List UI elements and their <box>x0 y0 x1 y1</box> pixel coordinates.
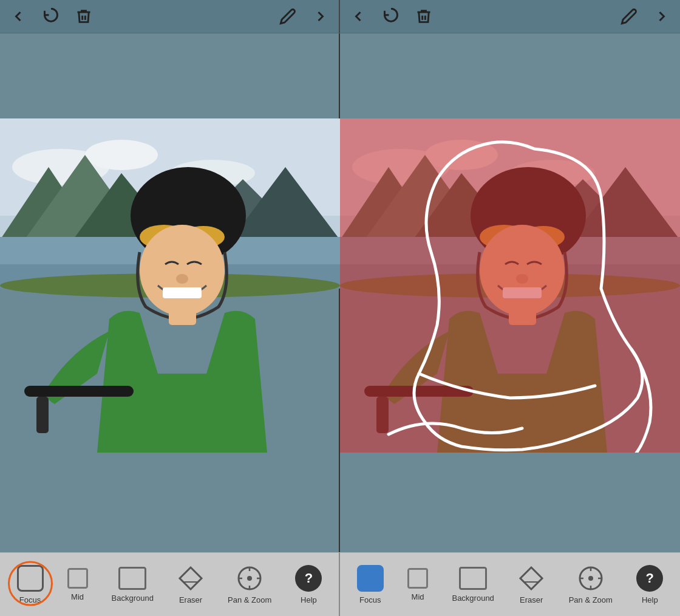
svg-marker-45 <box>180 567 202 589</box>
bottom-space-left <box>0 453 339 525</box>
eraser-tool-left[interactable]: Eraser <box>170 560 211 609</box>
top-toolbars <box>0 0 680 33</box>
focus-label-left: Focus <box>19 595 41 604</box>
background-icon-left <box>118 567 146 590</box>
svg-point-3 <box>85 140 158 170</box>
pan-zoom-tool-left[interactable]: Pan & Zoom <box>220 560 279 609</box>
bottom-space-right <box>340 453 680 525</box>
mid-label-left: Mid <box>71 592 84 601</box>
pan-zoom-label-right: Pan & Zoom <box>569 595 613 604</box>
mid-tool-left[interactable]: Mid <box>60 563 95 606</box>
background-tool-right[interactable]: Background <box>444 562 501 607</box>
prev-button-right[interactable] <box>347 5 369 27</box>
delete-button-left[interactable] <box>73 5 95 27</box>
panel-right <box>340 33 680 552</box>
focus-tool-left[interactable]: Focus <box>10 560 51 609</box>
eraser-icon-right <box>518 565 545 592</box>
svg-rect-17 <box>163 287 202 298</box>
pan-zoom-tool-right[interactable]: Pan & Zoom <box>562 560 620 609</box>
next-button-left[interactable] <box>310 5 332 27</box>
svg-rect-44 <box>340 118 680 453</box>
focus-tool-right[interactable]: Focus <box>350 560 391 609</box>
scene-right <box>340 118 680 453</box>
photo-container-right[interactable] <box>340 118 680 453</box>
mid-tool-right[interactable]: Mid <box>400 563 435 606</box>
pan-zoom-icon-right <box>577 565 604 592</box>
mid-icon-right <box>407 568 428 589</box>
edit-button-left[interactable] <box>277 5 299 27</box>
svg-point-56 <box>588 576 593 581</box>
toolbar-right <box>340 0 680 33</box>
panel-left <box>0 33 340 552</box>
background-label-left: Background <box>112 594 154 603</box>
focus-icon-left <box>17 565 44 592</box>
main-content <box>0 33 680 552</box>
pan-zoom-icon-left <box>236 565 263 592</box>
svg-rect-21 <box>169 310 196 325</box>
help-label-left: Help <box>301 595 317 604</box>
background-icon-right <box>459 567 487 590</box>
photo-container-left[interactable] <box>0 118 340 453</box>
focus-label-right: Focus <box>359 595 381 604</box>
eraser-label-left: Eraser <box>179 595 202 604</box>
prev-button-left[interactable] <box>7 5 29 27</box>
top-space-left <box>0 33 339 118</box>
background-tool-left[interactable]: Background <box>104 562 161 607</box>
help-tool-left[interactable]: ? Help <box>288 560 329 609</box>
help-tool-right[interactable]: ? Help <box>629 560 670 609</box>
next-button-right[interactable] <box>651 5 673 27</box>
help-icon-right: ? <box>636 565 663 592</box>
background-label-right: Background <box>452 594 494 603</box>
svg-point-18 <box>176 274 188 284</box>
toolbar-left <box>0 0 340 33</box>
svg-rect-20 <box>36 397 49 433</box>
pan-zoom-label-left: Pan & Zoom <box>228 595 271 604</box>
help-icon-left: ? <box>295 565 322 592</box>
undo-button-right[interactable] <box>380 5 402 27</box>
eraser-icon-left <box>177 565 204 592</box>
svg-point-48 <box>247 576 252 581</box>
svg-point-16 <box>140 225 225 316</box>
mid-icon-left <box>67 568 88 589</box>
bottom-toolbars: Focus Mid Background Eraser <box>0 552 680 616</box>
bottom-toolbar-left: Focus Mid Background Eraser <box>0 553 340 616</box>
scene-left <box>0 118 340 453</box>
focus-icon-right <box>357 565 384 592</box>
bottom-toolbar-right: Focus Mid Background Eraser <box>340 553 680 616</box>
delete-button-right[interactable] <box>413 5 435 27</box>
mid-label-right: Mid <box>412 592 424 601</box>
svg-rect-19 <box>24 386 134 397</box>
svg-marker-53 <box>520 567 542 589</box>
undo-button-left[interactable] <box>40 5 62 27</box>
top-space-right <box>340 33 680 118</box>
edit-button-right[interactable] <box>618 5 640 27</box>
eraser-label-right: Eraser <box>520 595 543 604</box>
eraser-tool-right[interactable]: Eraser <box>511 560 552 609</box>
help-label-right: Help <box>642 595 658 604</box>
